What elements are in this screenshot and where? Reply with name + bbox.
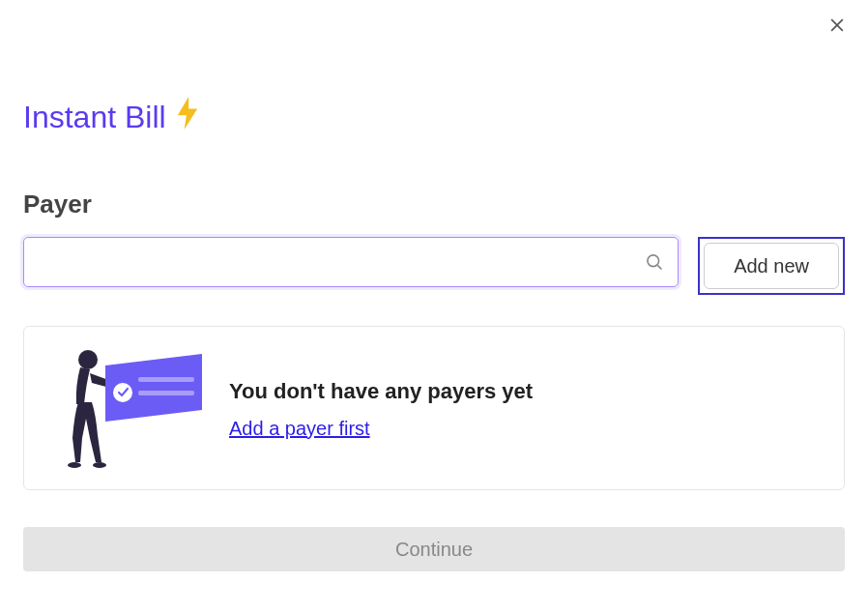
svg-line-3 [657, 265, 661, 269]
svg-point-8 [68, 462, 81, 468]
empty-state-illustration [51, 346, 206, 472]
close-icon [827, 15, 847, 39]
svg-point-5 [113, 383, 132, 402]
empty-state-heading: You don't have any payers yet [229, 379, 533, 404]
svg-rect-7 [138, 391, 194, 395]
payer-search-input[interactable] [24, 238, 678, 286]
svg-rect-6 [138, 377, 194, 382]
continue-button[interactable]: Continue [23, 527, 845, 571]
page-title: Instant Bill [23, 97, 845, 137]
add-payer-link[interactable]: Add a payer first [229, 418, 533, 440]
close-button[interactable] [824, 14, 851, 41]
add-new-highlight: Add new [698, 237, 845, 295]
page-title-text: Instant Bill [23, 100, 166, 135]
payer-search-wrapper [23, 237, 679, 287]
payer-label: Payer [23, 190, 845, 219]
lightning-bolt-icon [174, 97, 201, 137]
svg-point-2 [648, 255, 659, 267]
svg-point-4 [78, 350, 98, 369]
add-new-button[interactable]: Add new [704, 243, 839, 289]
svg-point-9 [93, 462, 106, 468]
empty-state-card: You don't have any payers yet Add a paye… [23, 326, 845, 490]
search-icon [645, 252, 664, 272]
